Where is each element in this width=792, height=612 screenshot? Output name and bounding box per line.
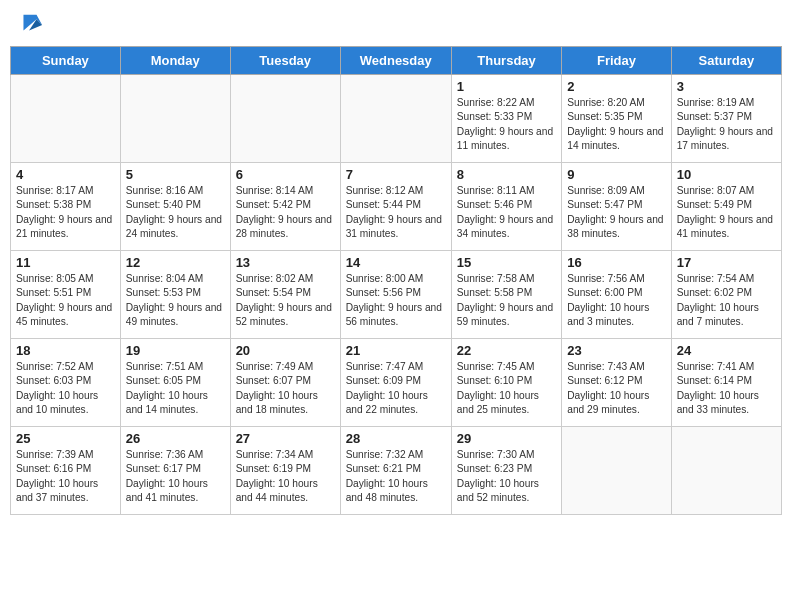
week-row-1: 4Sunrise: 8:17 AM Sunset: 5:38 PM Daylig… <box>11 163 782 251</box>
page-header <box>10 10 782 38</box>
calendar-cell: 11Sunrise: 8:05 AM Sunset: 5:51 PM Dayli… <box>11 251 121 339</box>
day-number: 22 <box>457 343 556 358</box>
day-number: 4 <box>16 167 115 182</box>
day-header-tuesday: Tuesday <box>230 47 340 75</box>
day-number: 26 <box>126 431 225 446</box>
day-number: 29 <box>457 431 556 446</box>
day-header-wednesday: Wednesday <box>340 47 451 75</box>
day-number: 9 <box>567 167 665 182</box>
day-info: Sunrise: 8:14 AM Sunset: 5:42 PM Dayligh… <box>236 184 335 241</box>
week-row-2: 11Sunrise: 8:05 AM Sunset: 5:51 PM Dayli… <box>11 251 782 339</box>
calendar-cell: 20Sunrise: 7:49 AM Sunset: 6:07 PM Dayli… <box>230 339 340 427</box>
calendar-cell: 23Sunrise: 7:43 AM Sunset: 6:12 PM Dayli… <box>562 339 671 427</box>
calendar-cell: 8Sunrise: 8:11 AM Sunset: 5:46 PM Daylig… <box>451 163 561 251</box>
calendar-table: SundayMondayTuesdayWednesdayThursdayFrid… <box>10 46 782 515</box>
calendar-cell <box>671 427 781 515</box>
calendar-cell: 27Sunrise: 7:34 AM Sunset: 6:19 PM Dayli… <box>230 427 340 515</box>
day-info: Sunrise: 8:04 AM Sunset: 5:53 PM Dayligh… <box>126 272 225 329</box>
day-header-monday: Monday <box>120 47 230 75</box>
day-info: Sunrise: 7:43 AM Sunset: 6:12 PM Dayligh… <box>567 360 665 417</box>
day-info: Sunrise: 7:47 AM Sunset: 6:09 PM Dayligh… <box>346 360 446 417</box>
calendar-cell: 15Sunrise: 7:58 AM Sunset: 5:58 PM Dayli… <box>451 251 561 339</box>
logo-icon <box>16 10 44 38</box>
day-number: 18 <box>16 343 115 358</box>
day-info: Sunrise: 7:52 AM Sunset: 6:03 PM Dayligh… <box>16 360 115 417</box>
day-number: 14 <box>346 255 446 270</box>
day-info: Sunrise: 7:41 AM Sunset: 6:14 PM Dayligh… <box>677 360 776 417</box>
day-info: Sunrise: 7:49 AM Sunset: 6:07 PM Dayligh… <box>236 360 335 417</box>
day-header-friday: Friday <box>562 47 671 75</box>
day-info: Sunrise: 8:22 AM Sunset: 5:33 PM Dayligh… <box>457 96 556 153</box>
day-number: 11 <box>16 255 115 270</box>
calendar-cell: 22Sunrise: 7:45 AM Sunset: 6:10 PM Dayli… <box>451 339 561 427</box>
day-number: 19 <box>126 343 225 358</box>
calendar-cell: 21Sunrise: 7:47 AM Sunset: 6:09 PM Dayli… <box>340 339 451 427</box>
day-info: Sunrise: 8:16 AM Sunset: 5:40 PM Dayligh… <box>126 184 225 241</box>
day-info: Sunrise: 8:09 AM Sunset: 5:47 PM Dayligh… <box>567 184 665 241</box>
day-info: Sunrise: 7:51 AM Sunset: 6:05 PM Dayligh… <box>126 360 225 417</box>
calendar-cell: 9Sunrise: 8:09 AM Sunset: 5:47 PM Daylig… <box>562 163 671 251</box>
week-row-3: 18Sunrise: 7:52 AM Sunset: 6:03 PM Dayli… <box>11 339 782 427</box>
calendar-cell: 17Sunrise: 7:54 AM Sunset: 6:02 PM Dayli… <box>671 251 781 339</box>
day-number: 6 <box>236 167 335 182</box>
calendar-cell <box>340 75 451 163</box>
day-info: Sunrise: 7:30 AM Sunset: 6:23 PM Dayligh… <box>457 448 556 505</box>
day-number: 25 <box>16 431 115 446</box>
day-info: Sunrise: 7:32 AM Sunset: 6:21 PM Dayligh… <box>346 448 446 505</box>
calendar-cell: 24Sunrise: 7:41 AM Sunset: 6:14 PM Dayli… <box>671 339 781 427</box>
day-info: Sunrise: 8:12 AM Sunset: 5:44 PM Dayligh… <box>346 184 446 241</box>
day-info: Sunrise: 7:54 AM Sunset: 6:02 PM Dayligh… <box>677 272 776 329</box>
calendar-cell: 1Sunrise: 8:22 AM Sunset: 5:33 PM Daylig… <box>451 75 561 163</box>
day-info: Sunrise: 8:11 AM Sunset: 5:46 PM Dayligh… <box>457 184 556 241</box>
calendar-cell: 7Sunrise: 8:12 AM Sunset: 5:44 PM Daylig… <box>340 163 451 251</box>
calendar-cell: 13Sunrise: 8:02 AM Sunset: 5:54 PM Dayli… <box>230 251 340 339</box>
day-number: 24 <box>677 343 776 358</box>
calendar-cell: 26Sunrise: 7:36 AM Sunset: 6:17 PM Dayli… <box>120 427 230 515</box>
calendar-cell <box>562 427 671 515</box>
calendar-cell: 4Sunrise: 8:17 AM Sunset: 5:38 PM Daylig… <box>11 163 121 251</box>
week-row-0: 1Sunrise: 8:22 AM Sunset: 5:33 PM Daylig… <box>11 75 782 163</box>
calendar-cell: 18Sunrise: 7:52 AM Sunset: 6:03 PM Dayli… <box>11 339 121 427</box>
day-header-thursday: Thursday <box>451 47 561 75</box>
day-info: Sunrise: 8:05 AM Sunset: 5:51 PM Dayligh… <box>16 272 115 329</box>
calendar-cell: 6Sunrise: 8:14 AM Sunset: 5:42 PM Daylig… <box>230 163 340 251</box>
day-header-saturday: Saturday <box>671 47 781 75</box>
day-info: Sunrise: 7:58 AM Sunset: 5:58 PM Dayligh… <box>457 272 556 329</box>
day-info: Sunrise: 8:00 AM Sunset: 5:56 PM Dayligh… <box>346 272 446 329</box>
calendar-cell: 14Sunrise: 8:00 AM Sunset: 5:56 PM Dayli… <box>340 251 451 339</box>
day-number: 28 <box>346 431 446 446</box>
day-info: Sunrise: 7:56 AM Sunset: 6:00 PM Dayligh… <box>567 272 665 329</box>
calendar-cell: 5Sunrise: 8:16 AM Sunset: 5:40 PM Daylig… <box>120 163 230 251</box>
calendar-cell: 12Sunrise: 8:04 AM Sunset: 5:53 PM Dayli… <box>120 251 230 339</box>
day-number: 15 <box>457 255 556 270</box>
day-info: Sunrise: 7:34 AM Sunset: 6:19 PM Dayligh… <box>236 448 335 505</box>
day-info: Sunrise: 8:19 AM Sunset: 5:37 PM Dayligh… <box>677 96 776 153</box>
calendar-cell <box>120 75 230 163</box>
day-number: 2 <box>567 79 665 94</box>
day-info: Sunrise: 8:07 AM Sunset: 5:49 PM Dayligh… <box>677 184 776 241</box>
day-number: 13 <box>236 255 335 270</box>
calendar-cell: 2Sunrise: 8:20 AM Sunset: 5:35 PM Daylig… <box>562 75 671 163</box>
day-info: Sunrise: 7:39 AM Sunset: 6:16 PM Dayligh… <box>16 448 115 505</box>
day-number: 10 <box>677 167 776 182</box>
day-info: Sunrise: 8:02 AM Sunset: 5:54 PM Dayligh… <box>236 272 335 329</box>
calendar-header-row: SundayMondayTuesdayWednesdayThursdayFrid… <box>11 47 782 75</box>
day-number: 27 <box>236 431 335 446</box>
calendar-cell <box>11 75 121 163</box>
day-number: 16 <box>567 255 665 270</box>
calendar-cell: 10Sunrise: 8:07 AM Sunset: 5:49 PM Dayli… <box>671 163 781 251</box>
day-info: Sunrise: 8:20 AM Sunset: 5:35 PM Dayligh… <box>567 96 665 153</box>
logo <box>14 14 44 38</box>
day-info: Sunrise: 7:45 AM Sunset: 6:10 PM Dayligh… <box>457 360 556 417</box>
day-number: 7 <box>346 167 446 182</box>
calendar-cell: 19Sunrise: 7:51 AM Sunset: 6:05 PM Dayli… <box>120 339 230 427</box>
day-number: 23 <box>567 343 665 358</box>
day-number: 21 <box>346 343 446 358</box>
week-row-4: 25Sunrise: 7:39 AM Sunset: 6:16 PM Dayli… <box>11 427 782 515</box>
calendar-cell <box>230 75 340 163</box>
day-number: 3 <box>677 79 776 94</box>
day-info: Sunrise: 8:17 AM Sunset: 5:38 PM Dayligh… <box>16 184 115 241</box>
calendar-cell: 3Sunrise: 8:19 AM Sunset: 5:37 PM Daylig… <box>671 75 781 163</box>
day-number: 8 <box>457 167 556 182</box>
day-number: 1 <box>457 79 556 94</box>
